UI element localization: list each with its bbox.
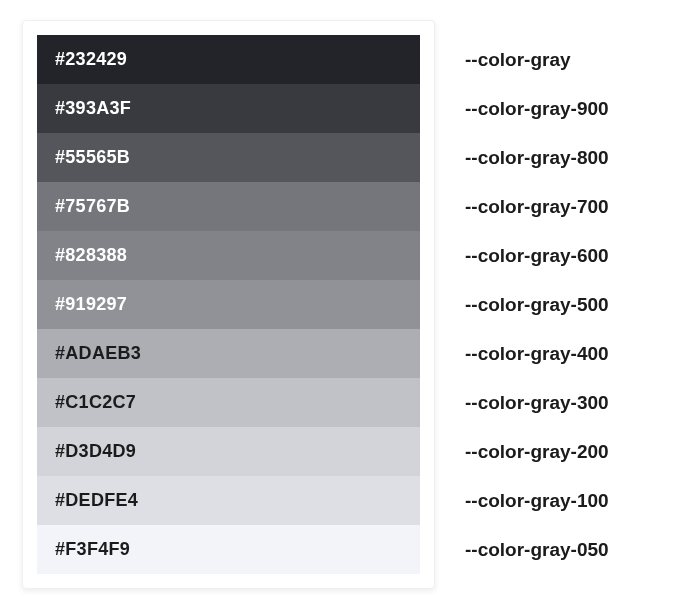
variable-name: --color-gray-500: [465, 280, 609, 329]
swatch-row: #919297: [37, 280, 420, 329]
variable-name: --color-gray-800: [465, 133, 609, 182]
swatch-hex: #232429: [55, 49, 127, 70]
swatch-row: #75767B: [37, 182, 420, 231]
swatch-hex: #DEDFE4: [55, 490, 138, 511]
swatch-hex: #C1C2C7: [55, 392, 136, 413]
swatch-hex: #D3D4D9: [55, 441, 136, 462]
swatch-row: #ADAEB3: [37, 329, 420, 378]
swatch-row: #828388: [37, 231, 420, 280]
variable-list: --color-gray --color-gray-900 --color-gr…: [465, 20, 609, 574]
variable-name: --color-gray-400: [465, 329, 609, 378]
palette-container: #232429 #393A3F #55565B #75767B #828388 …: [22, 20, 652, 589]
variable-name: --color-gray-900: [465, 84, 609, 133]
swatch-hex: #ADAEB3: [55, 343, 141, 364]
swatch-row: #D3D4D9: [37, 427, 420, 476]
swatch-hex: #919297: [55, 294, 127, 315]
swatch-row: #393A3F: [37, 84, 420, 133]
swatch-row: #232429: [37, 35, 420, 84]
variable-name: --color-gray-300: [465, 378, 609, 427]
variable-name: --color-gray-100: [465, 476, 609, 525]
swatch-row: #DEDFE4: [37, 476, 420, 525]
variable-name: --color-gray-600: [465, 231, 609, 280]
variable-name: --color-gray: [465, 35, 609, 84]
variable-name: --color-gray-200: [465, 427, 609, 476]
variable-name: --color-gray-050: [465, 525, 609, 574]
swatch-hex: #75767B: [55, 196, 130, 217]
swatch-hex: #828388: [55, 245, 127, 266]
swatch-hex: #393A3F: [55, 98, 131, 119]
swatch-row: #C1C2C7: [37, 378, 420, 427]
swatch-panel: #232429 #393A3F #55565B #75767B #828388 …: [22, 20, 435, 589]
swatch-hex: #F3F4F9: [55, 539, 130, 560]
swatch-hex: #55565B: [55, 147, 130, 168]
swatch-row: #F3F4F9: [37, 525, 420, 574]
swatch-row: #55565B: [37, 133, 420, 182]
variable-name: --color-gray-700: [465, 182, 609, 231]
